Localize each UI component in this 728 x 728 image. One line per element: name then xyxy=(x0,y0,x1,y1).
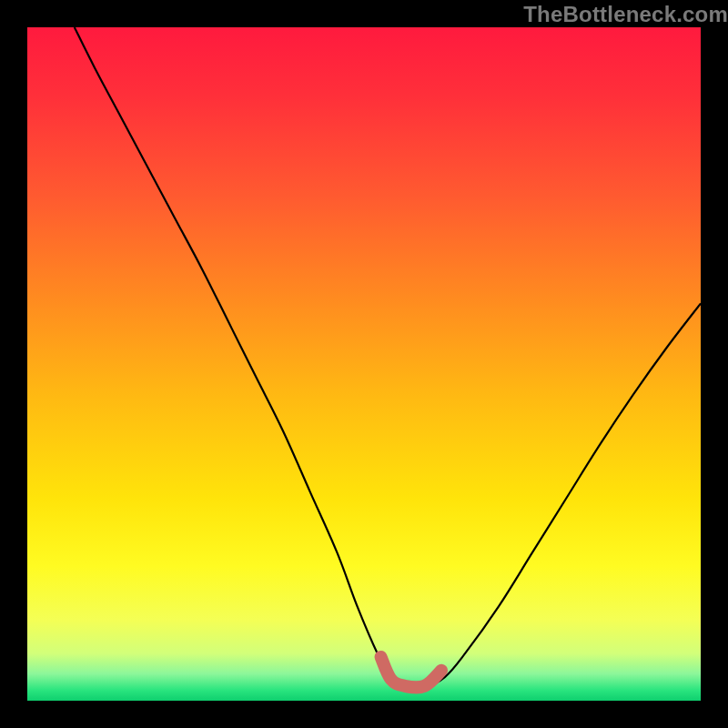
chart-svg xyxy=(27,27,701,701)
watermark-text: TheBottleneck.com xyxy=(523,2,728,27)
chart-plot-area xyxy=(27,27,701,701)
chart-frame: TheBottleneck.com xyxy=(0,0,728,728)
chart-gradient-background xyxy=(27,27,701,701)
